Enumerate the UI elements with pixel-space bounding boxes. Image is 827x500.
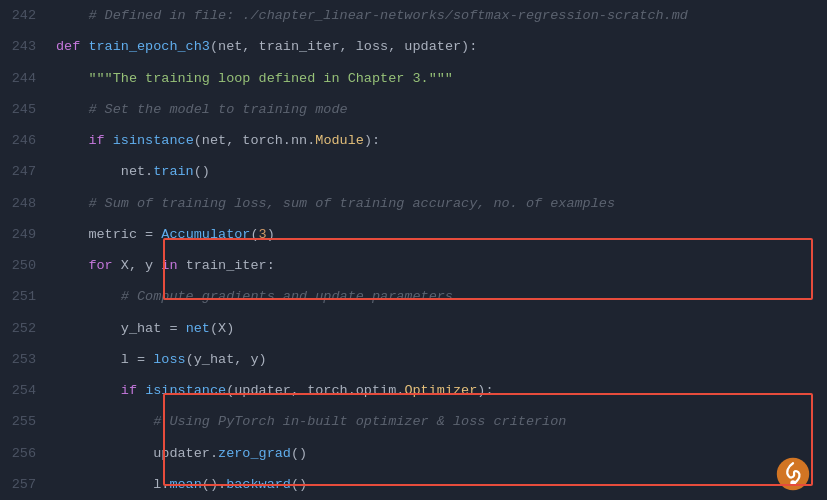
code-line: 244 """The training loop defined in Chap… [0,63,827,94]
token: torch [307,383,348,398]
token: () [291,477,307,492]
token: (net, train_iter, loss, updater): [210,39,477,54]
token: net. [56,164,153,179]
token: """The training loop defined in Chapter … [88,71,453,86]
line-number: 257 [0,477,52,492]
token: backward [226,477,291,492]
token: 3 [259,227,267,242]
token [56,133,88,148]
token: () [291,446,307,461]
token: train_iter: [186,258,275,273]
line-content: """The training loop defined in Chapter … [52,71,827,86]
token: def [56,39,88,54]
token: # Using PyTorch in-built optimizer & los… [153,414,566,429]
token [56,258,88,273]
token [56,414,153,429]
token: ) [267,227,275,242]
line-number: 252 [0,321,52,336]
line-content: y_hat = net(X) [52,321,827,336]
token: loss [153,352,185,367]
token: train_epoch_ch3 [88,39,210,54]
line-content: def train_epoch_ch3(net, train_iter, los… [52,39,827,54]
token: Module [315,133,364,148]
token: # Defined in file: ./chapter_linear-netw… [56,8,688,23]
token: .optim. [348,383,405,398]
token: in [161,258,185,273]
line-number: 243 [0,39,52,54]
token: # Compute gradients and update parameter… [121,289,453,304]
token: Accumulator [161,227,250,242]
line-number: 251 [0,289,52,304]
code-line: 251 # Compute gradients and update param… [0,281,827,312]
line-number: 244 [0,71,52,86]
token: X, y [121,258,162,273]
token: l. [56,477,169,492]
token: Optimizer [404,383,477,398]
token: if [121,383,145,398]
token: # Set the model to training mode [88,102,347,117]
token: ( [250,227,258,242]
token: zero_grad [218,446,291,461]
code-line: 255 # Using PyTorch in-built optimizer &… [0,406,827,437]
token: ): [364,133,380,148]
line-number: 250 [0,258,52,273]
code-line: 252 y_hat = net(X) [0,313,827,344]
code-line: 249 metric = Accumulator(3) [0,219,827,250]
code-editor: 242 # Defined in file: ./chapter_linear-… [0,0,827,500]
token: l = [56,352,153,367]
token: () [194,164,210,179]
token: (X) [210,321,234,336]
token: (). [202,477,226,492]
token [56,383,121,398]
token: torch [242,133,283,148]
token [56,289,121,304]
code-line: 245 # Set the model to training mode [0,94,827,125]
token [56,102,88,117]
token [56,196,88,211]
token: for [88,258,120,273]
line-number: 254 [0,383,52,398]
line-content: l = loss(y_hat, y) [52,352,827,367]
line-number: 256 [0,446,52,461]
code-line: 247 net.train() [0,156,827,187]
line-number: 253 [0,352,52,367]
token: metric = [56,227,161,242]
token: isinstance [145,383,226,398]
token: train [153,164,194,179]
line-content: if isinstance(net, torch.nn.Module): [52,133,827,148]
line-number: 248 [0,196,52,211]
token: ): [477,383,493,398]
code-line: 243def train_epoch_ch3(net, train_iter, … [0,31,827,62]
token: y_hat = [56,321,186,336]
line-content: net.train() [52,164,827,179]
token: (net, [194,133,243,148]
line-content: if isinstance(updater, torch.optim.Optim… [52,383,827,398]
token: (updater, [226,383,307,398]
code-line: 256 updater.zero_grad() [0,438,827,469]
line-content: # Using PyTorch in-built optimizer & los… [52,414,827,429]
svg-point-1 [790,480,795,485]
line-number: 246 [0,133,52,148]
line-content: # Set the model to training mode [52,102,827,117]
logo-icon [775,456,811,492]
line-number: 247 [0,164,52,179]
code-line: 242 # Defined in file: ./chapter_linear-… [0,0,827,31]
code-line: 257 l.mean().backward() [0,469,827,500]
code-line: 248 # Sum of training loss, sum of train… [0,188,827,219]
line-content: # Compute gradients and update parameter… [52,289,827,304]
line-content: metric = Accumulator(3) [52,227,827,242]
code-line: 250 for X, y in train_iter: [0,250,827,281]
code-line: 254 if isinstance(updater, torch.optim.O… [0,375,827,406]
token: mean [169,477,201,492]
token: if [88,133,112,148]
token: net [186,321,210,336]
line-number: 242 [0,8,52,23]
token: updater. [56,446,218,461]
line-content: # Sum of training loss, sum of training … [52,196,827,211]
code-line: 253 l = loss(y_hat, y) [0,344,827,375]
line-content: l.mean().backward() [52,477,827,492]
line-content: # Defined in file: ./chapter_linear-netw… [52,8,827,23]
code-line: 246 if isinstance(net, torch.nn.Module): [0,125,827,156]
token: nn [291,133,307,148]
line-content: for X, y in train_iter: [52,258,827,273]
